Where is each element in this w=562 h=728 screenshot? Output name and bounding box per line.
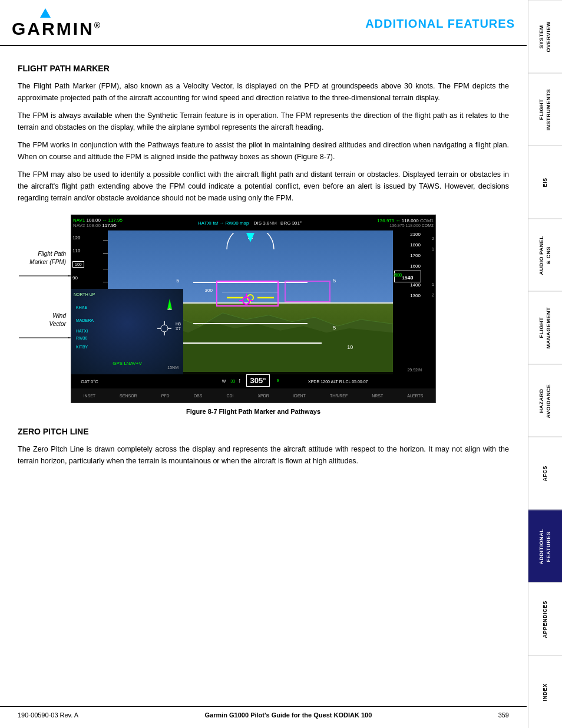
speed-tick-1 bbox=[103, 241, 108, 241]
alt-tape-1400: 1400 bbox=[410, 282, 421, 288]
fpm-label-group: Flight Path Marker (FPM) bbox=[19, 250, 66, 279]
alt-tape-1700: 1700 bbox=[410, 253, 421, 258]
softkey-ident[interactable]: IDENT bbox=[293, 394, 306, 398]
pitch-300-label: 300 bbox=[205, 288, 213, 293]
softkey-cdi[interactable]: CDI bbox=[226, 394, 233, 398]
fpm-paragraph-4: The FPM may also be used to identify a p… bbox=[18, 169, 509, 204]
hdg-compass-labels: W 33 ↑ bbox=[220, 377, 242, 384]
alt-tape-1600: 1600 bbox=[410, 263, 421, 269]
pathway-box-2 bbox=[285, 281, 330, 302]
pitch-5-label-right: 5 bbox=[333, 278, 336, 284]
map-waypoint-rw30: RW30 bbox=[76, 336, 87, 340]
vsi-2-dn: 2 bbox=[432, 293, 434, 297]
softkey-obs[interactable]: OBS bbox=[194, 394, 203, 398]
footer-doc-number: 190-00590-03 Rev. A bbox=[18, 711, 78, 719]
descent-indicator bbox=[246, 233, 254, 242]
garmin-wordmark: GARMIN® bbox=[12, 19, 102, 39]
north-indicator bbox=[165, 299, 174, 311]
sidebar-item-eis[interactable]: EIS bbox=[528, 146, 562, 219]
fpm-paragraph-2: The FPM is always available when the Syn… bbox=[18, 110, 509, 133]
pitch-neg5-line bbox=[193, 323, 308, 324]
oat-value: OAT 0°C bbox=[81, 379, 98, 384]
sidebar-item-system-overview[interactable]: SYSTEMOVERVIEW bbox=[528, 0, 562, 73]
speed-tape-label-120: 120 bbox=[72, 235, 80, 241]
pitch-neg5-label-right: 5 bbox=[333, 325, 336, 331]
vsi-2-up: 2 bbox=[432, 236, 434, 241]
softkey-pfd[interactable]: PFD bbox=[161, 394, 170, 398]
figure-caption: Figure 8-7 Flight Path Marker and Pathwa… bbox=[71, 408, 436, 415]
pitch-neg10-label-right: 10 bbox=[347, 344, 353, 350]
figure-container: Flight Path Marker (FPM) WindVector NAV1… bbox=[18, 215, 509, 416]
sidebar-item-afcs[interactable]: AFCS bbox=[528, 437, 562, 510]
zero-pitch-paragraph-1: The Zero Pitch Line is drawn completely … bbox=[18, 443, 509, 467]
gps-mode-display: GPS LNAV+V bbox=[113, 361, 141, 366]
map-scale-15nm: 15NM bbox=[167, 365, 178, 370]
softkey-xpdr[interactable]: XPDR bbox=[257, 394, 269, 398]
speed-tape-label-110: 110 bbox=[72, 248, 80, 253]
fpm-paragraph-3: The FPM works in conjunction with the Pa… bbox=[18, 139, 509, 163]
sidebar-item-flight-instruments[interactable]: FLIGHTINSTRUMENTS bbox=[528, 73, 562, 146]
section-title-zero-pitch: ZERO PITCH LINE bbox=[18, 427, 509, 436]
vsi-1-up: 1 bbox=[432, 247, 434, 251]
map-waypoint-kitby: KITBY bbox=[76, 345, 88, 349]
fpm-label-text: Flight Path Marker (FPM) bbox=[29, 251, 66, 265]
softkey-alerts[interactable]: ALERTS bbox=[407, 394, 423, 398]
map-waypoint-khae: KHAE bbox=[76, 305, 87, 309]
map-waypoint-hatxi: HATXI bbox=[76, 329, 88, 333]
footer-page-number: 359 bbox=[498, 711, 509, 719]
sidebar-item-index[interactable]: INDEX bbox=[528, 655, 562, 729]
xpdr-bar: XPDR 1200 ALT R LCL 05:00:07 bbox=[306, 374, 435, 388]
speed-tape-current: 100 bbox=[72, 261, 84, 268]
sidebar-item-hazard-avoidance[interactable]: HAZARDAVOIDANCE bbox=[528, 364, 562, 437]
vsi-1-dn: 1 bbox=[432, 282, 434, 286]
wind-vector-indicator bbox=[157, 321, 171, 338]
fpm-arrow-line bbox=[19, 275, 71, 276]
pfd-flight-plan-display: HATXI faf → RW30 map DIS 3.8NM BRG 301° bbox=[123, 220, 377, 226]
baro-display: 29.92IN bbox=[407, 368, 422, 372]
garmin-triangle-icon bbox=[40, 8, 51, 18]
chapter-sidebar: SYSTEMOVERVIEW FLIGHTINSTRUMENTS EIS AUD… bbox=[528, 0, 562, 728]
svg-marker-15 bbox=[246, 233, 254, 242]
map-inset: NORTH UP KHAE MADERA HATXI RW30 KITBY 15… bbox=[71, 289, 183, 374]
wind-annotation-label: WindVector bbox=[19, 312, 66, 328]
fpm-paragraph-1: The Flight Path Marker (FPM), also known… bbox=[18, 80, 509, 104]
alt-tape-1300: 1300 bbox=[410, 293, 421, 298]
map-label-north-up: NORTH UP bbox=[74, 292, 95, 297]
pitch-5-label-left: 5 bbox=[176, 278, 179, 284]
softkey-nrst[interactable]: NRST bbox=[372, 394, 383, 398]
softkey-sensor[interactable]: SENSOR bbox=[120, 394, 137, 398]
pfd-screen: NAV1 108.00 ↔ 117.95 NAV2 108.00 117.95 … bbox=[71, 215, 436, 403]
wind-arrow-line bbox=[19, 337, 71, 338]
page-header: GARMIN® ADDITIONAL FEATURES bbox=[0, 0, 527, 46]
pfd-com-display: 136.975 ↔ 118.000 COM1 136.975 118.000 C… bbox=[377, 218, 434, 228]
pfd-softkeys: INSET SENSOR PFD OBS CDI XPDR IDENT THR/… bbox=[71, 388, 435, 403]
alt-tape-1800: 1800 bbox=[410, 242, 421, 248]
pitch-neg10-line bbox=[179, 342, 322, 344]
vspeed-display: -500 bbox=[394, 273, 402, 277]
pfd-nav2: NAV2 108.00 117.95 bbox=[73, 223, 123, 228]
speed-tape-label-90: 90 bbox=[72, 275, 78, 281]
sidebar-item-additional-features[interactable]: ADDITIONALFEATURES bbox=[528, 510, 562, 583]
softkey-thr-ref[interactable]: THR/REF bbox=[330, 394, 348, 398]
pfd-nav1: NAV1 108.00 ↔ 117.95 bbox=[73, 218, 123, 223]
hdg-compass-labels-right: 9 bbox=[275, 378, 280, 383]
vsi-strip: 2 1 1 2 bbox=[422, 230, 435, 374]
main-content: FLIGHT PATH MARKER The Flight Path Marke… bbox=[0, 46, 527, 485]
sidebar-item-appendices[interactable]: APPENDICES bbox=[528, 582, 562, 655]
alt-tape-current-value: 1540 bbox=[402, 275, 414, 281]
alt-tape-2100: 2100 bbox=[410, 232, 421, 237]
sidebar-item-flight-management[interactable]: FLIGHTMANAGEMENT bbox=[528, 291, 562, 364]
softkey-inset[interactable]: INSET bbox=[83, 394, 95, 398]
altitude-tape: 2100 1800 1700 1600 1540 1400 1300 -500 … bbox=[393, 230, 422, 374]
footer-doc-title: Garmin G1000 Pilot's Guide for the Quest… bbox=[204, 711, 372, 719]
garmin-logo: GARMIN® bbox=[12, 8, 102, 39]
sidebar-item-audio-panel[interactable]: AUDIO PANEL& CNS bbox=[528, 219, 562, 292]
svg-point-10 bbox=[243, 297, 250, 304]
page-footer: 190-00590-03 Rev. A Garmin G1000 Pilot's… bbox=[0, 706, 527, 719]
pfd-nav-display: NAV1 108.00 ↔ 117.95 NAV2 108.00 117.95 bbox=[73, 218, 123, 228]
speed-tick-2 bbox=[103, 253, 108, 254]
oat-display: OAT 0°C bbox=[71, 374, 108, 388]
svg-point-18 bbox=[161, 325, 168, 332]
wind-label-group: WindVector bbox=[19, 312, 66, 341]
section-header-title: ADDITIONAL FEATURES bbox=[365, 17, 515, 31]
